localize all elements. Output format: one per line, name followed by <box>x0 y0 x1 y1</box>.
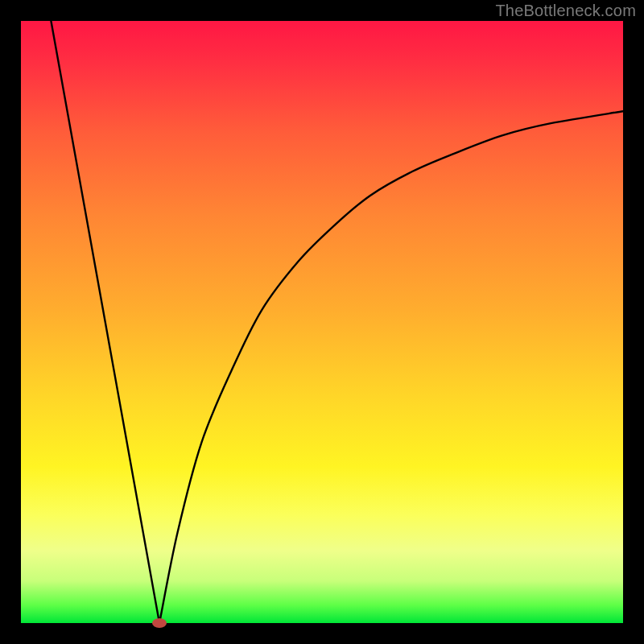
curve-svg <box>21 21 623 623</box>
outer-frame: TheBottleneck.com <box>0 0 644 644</box>
min-point-marker <box>152 618 167 628</box>
plot-area <box>21 21 623 623</box>
bottleneck-curve <box>51 21 623 623</box>
watermark-text: TheBottleneck.com <box>495 2 636 20</box>
